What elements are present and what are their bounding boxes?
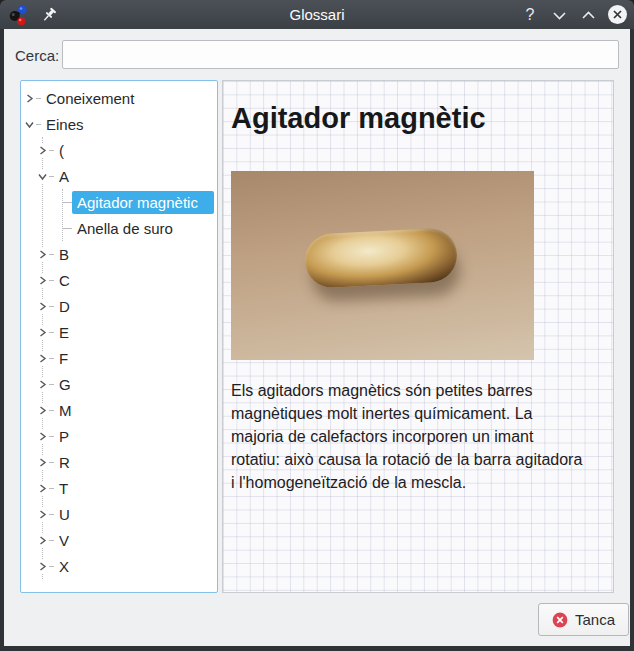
tree-item-g[interactable]: G: [43, 371, 214, 397]
tree-item-coneixement[interactable]: Coneixement: [23, 85, 214, 111]
article-panel: Agitador magnètic Els agitadors magnètic…: [222, 80, 614, 593]
tree-item-label: X: [54, 555, 214, 578]
tree-item-label: (: [54, 139, 214, 162]
tree-item-label: Coneixement: [41, 87, 214, 110]
tree-item-label: E: [54, 321, 214, 344]
tree-item-a[interactable]: A: [43, 163, 214, 189]
tree-item-f[interactable]: F: [43, 345, 214, 371]
tree-item-label: Eines: [41, 113, 214, 136]
stir-bar-shape: [304, 227, 459, 289]
tree-item-label: P: [54, 425, 214, 448]
tree-item-c[interactable]: C: [43, 267, 214, 293]
chevron-collapsed-icon[interactable]: [36, 352, 49, 365]
tree-item-label: A: [54, 165, 214, 188]
glossary-tree: ConeixementEines(AAgitador magnèticAnell…: [21, 81, 217, 579]
help-button[interactable]: ?: [520, 5, 540, 25]
tree-item-p[interactable]: P: [43, 423, 214, 449]
tree-branch: Agitador magnèticAnella de suro: [62, 189, 214, 241]
chevron-collapsed-icon[interactable]: [36, 274, 49, 287]
tree-item-label: G: [54, 373, 214, 396]
tree-item-label: B: [54, 243, 214, 266]
chevron-collapsed-icon[interactable]: [36, 248, 49, 261]
tree-item-item[interactable]: (: [43, 137, 214, 163]
chevron-expanded-icon[interactable]: [23, 118, 36, 131]
tree-item-t[interactable]: T: [43, 475, 214, 501]
tree-item-b[interactable]: B: [43, 241, 214, 267]
chevron-collapsed-icon[interactable]: [36, 560, 49, 573]
chevron-collapsed-icon[interactable]: [36, 378, 49, 391]
chevron-collapsed-icon[interactable]: [36, 430, 49, 443]
chevron-collapsed-icon[interactable]: [36, 534, 49, 547]
tree-item-label: Agitador magnètic: [72, 191, 214, 214]
tree-item-d[interactable]: D: [43, 293, 214, 319]
chevron-collapsed-icon[interactable]: [36, 482, 49, 495]
tree-item-eines[interactable]: Eines: [23, 111, 214, 137]
chevron-collapsed-icon[interactable]: [36, 326, 49, 339]
tree-item-label: M: [54, 399, 214, 422]
article-body: Els agitadors magnètics són petites barr…: [231, 379, 585, 494]
close-window-button[interactable]: [607, 5, 627, 25]
chevron-down-icon: [551, 8, 568, 22]
tree-branch: (AAgitador magnèticAnella de suroBCDEFGM…: [42, 137, 214, 579]
tree-item-label: C: [54, 269, 214, 292]
tree-item-m[interactable]: M: [43, 397, 214, 423]
glossary-window: Glossari ?: [0, 0, 634, 651]
chevron-expanded-icon[interactable]: [36, 170, 49, 183]
tree-item-label: D: [54, 295, 214, 318]
tree-item-label: T: [54, 477, 214, 500]
chevron-collapsed-icon[interactable]: [36, 404, 49, 417]
stir-bar-photo: [231, 171, 534, 360]
close-dialog-label: Tanca: [575, 611, 615, 628]
search-input[interactable]: [62, 40, 619, 69]
article-title: Agitador magnètic: [231, 101, 486, 136]
tree-item-x[interactable]: X: [43, 553, 214, 579]
search-label: Cerca:: [15, 47, 59, 64]
tree-item-v[interactable]: V: [43, 527, 214, 553]
tree-item-e[interactable]: E: [43, 319, 214, 345]
chevron-collapsed-icon[interactable]: [36, 300, 49, 313]
tree-item-label: F: [54, 347, 214, 370]
branch-line: [63, 202, 72, 203]
tree-item-agitador-magn-tic[interactable]: Agitador magnètic: [63, 189, 214, 215]
minimize-button[interactable]: [549, 5, 569, 25]
circle-x-icon: [608, 5, 627, 24]
close-dialog-button[interactable]: Tanca: [538, 603, 629, 636]
titlebar: Glossari ?: [0, 0, 634, 29]
glossary-tree-panel[interactable]: ConeixementEines(AAgitador magnèticAnell…: [20, 80, 218, 593]
tree-item-label: V: [54, 529, 214, 552]
chevron-collapsed-icon[interactable]: [36, 456, 49, 469]
tree-item-anella-de-suro[interactable]: Anella de suro: [63, 215, 214, 241]
chevron-collapsed-icon[interactable]: [36, 508, 49, 521]
branch-line: [63, 228, 72, 229]
chevron-collapsed-icon[interactable]: [36, 144, 49, 157]
red-circle-x-icon: [552, 612, 568, 628]
tree-item-label: R: [54, 451, 214, 474]
help-icon: ?: [526, 7, 535, 23]
tree-item-label: Anella de suro: [72, 217, 214, 240]
chevron-collapsed-icon[interactable]: [23, 92, 36, 105]
tree-item-label: U: [54, 503, 214, 526]
client-area: Cerca: ConeixementEines(AAgitador magnèt…: [4, 29, 630, 646]
tree-item-r[interactable]: R: [43, 449, 214, 475]
maximize-button[interactable]: [578, 5, 598, 25]
tree-item-u[interactable]: U: [43, 501, 214, 527]
chevron-up-icon: [580, 8, 597, 22]
